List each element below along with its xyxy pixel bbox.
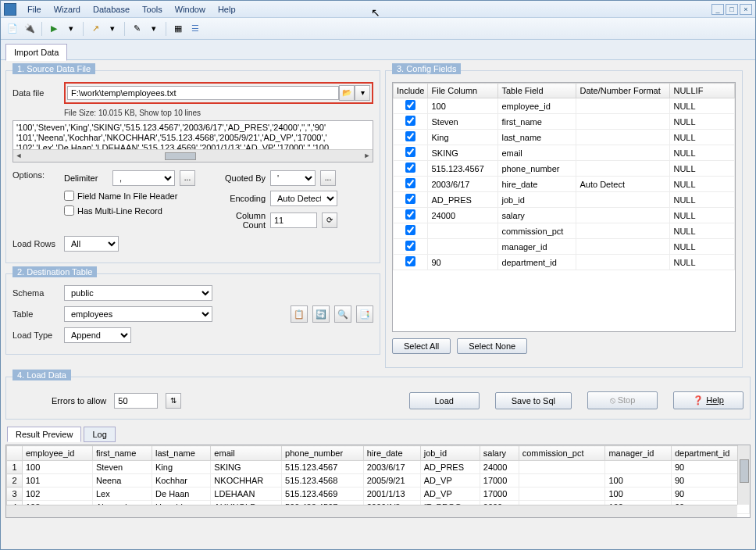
result-col-header[interactable]: salary [480,446,519,461]
filecol-cell[interactable]: King [428,130,498,145]
load-button[interactable]: Load [409,392,480,409]
delimiter-more-button[interactable]: ... [180,170,195,186]
result-grid[interactable]: employee_idfirst_namelast_nameemailphone… [5,445,751,518]
result-cell[interactable]: NKOCHHAR [211,474,282,488]
result-cell[interactable] [605,461,672,474]
loadrows-select[interactable]: All [64,236,119,252]
scroll-right-icon[interactable]: ► [362,151,373,162]
col-nullif[interactable]: NULLIF [670,84,735,98]
tablefield-cell[interactable]: commission_pct [498,223,576,239]
result-cell[interactable]: 2003/6/17 [363,461,420,474]
nullif-cell[interactable]: NULL [670,255,735,270]
result-col-header[interactable]: job_id [420,446,480,461]
filecol-cell[interactable]: 515.123.4567 [428,161,498,177]
config-row[interactable]: Stevenfirst_nameNULL [394,114,735,130]
col-tablefield[interactable]: Table Field [498,84,576,98]
toolbar-drop-icon[interactable]: ▾ [64,22,78,36]
result-cell[interactable]: 515.123.4568 [282,474,364,488]
nullif-cell[interactable]: NULL [670,177,735,192]
result-cell[interactable] [519,488,605,501]
toolbar-new-icon[interactable]: 📄 [5,22,20,36]
result-cell[interactable]: 102 [23,488,93,501]
tablefield-cell[interactable]: hire_date [498,177,576,192]
config-row[interactable]: SKINGemailNULL [394,145,735,161]
colcount-input[interactable] [270,212,317,228]
tab-result-preview[interactable]: Result Preview [7,427,81,442]
tablefield-cell[interactable]: department_id [498,255,576,270]
include-checkbox[interactable] [405,209,415,220]
toolbar-drop2-icon[interactable]: ▾ [105,22,119,36]
nullif-cell[interactable]: NULL [670,223,735,239]
result-col-header[interactable]: manager_id [605,446,672,461]
tablefield-cell[interactable]: manager_id [498,239,576,255]
result-hscrollbar[interactable] [6,505,737,517]
result-cell[interactable]: 100 [605,488,672,501]
filecol-cell[interactable]: AD_PRES [428,192,498,208]
encoding-select[interactable]: Auto Detect [270,191,337,206]
config-row[interactable]: 100employee_idNULL [394,98,735,114]
tablefield-cell[interactable]: phone_number [498,161,576,177]
result-cell[interactable]: AD_VP [420,474,480,488]
result-cell[interactable]: AD_VP [420,488,480,501]
tablefield-cell[interactable]: first_name [498,114,576,130]
menu-file[interactable]: File [21,5,48,14]
result-col-header[interactable]: phone_number [282,446,364,461]
include-checkbox[interactable] [405,162,415,173]
col-include[interactable]: Include [394,84,428,98]
format-cell[interactable] [576,114,670,130]
nullif-cell[interactable]: NULL [670,208,735,223]
nullif-cell[interactable]: NULL [670,192,735,208]
result-cell[interactable]: King [152,461,211,474]
table-props-icon[interactable]: 📑 [356,305,373,323]
toolbar-connect-icon[interactable]: 🔌 [23,22,37,36]
result-cell[interactable]: 24000 [480,461,519,474]
include-checkbox[interactable] [405,100,415,110]
result-cell[interactable]: Neena [92,474,152,488]
menu-window[interactable]: Window [169,5,212,14]
config-row[interactable]: 24000salaryNULL [394,208,735,223]
result-cell[interactable]: 100 [23,461,93,474]
result-cell[interactable] [519,474,605,488]
result-col-header[interactable]: hire_date [363,446,420,461]
filecol-cell[interactable] [428,239,498,255]
result-cell[interactable]: 515.123.4569 [282,488,364,501]
result-col-header[interactable]: employee_id [23,446,93,461]
refresh-table-icon[interactable]: 🔄 [312,305,330,323]
col-filecolumn[interactable]: File Column [428,84,498,98]
multiline-checkbox[interactable] [64,205,74,216]
toolbar-drop3-icon[interactable]: ▾ [147,22,161,36]
help-button[interactable]: ❓ Help [673,391,744,409]
result-vscrollbar[interactable] [737,445,750,505]
result-cell[interactable]: 2005/9/21 [363,474,420,488]
nullif-cell[interactable]: NULL [670,161,735,177]
tablefield-cell[interactable]: email [498,145,576,161]
quoted-select[interactable]: ' [270,170,316,186]
include-checkbox[interactable] [405,225,415,235]
format-cell[interactable] [576,130,670,145]
create-table-icon[interactable]: 📋 [291,305,308,323]
result-row[interactable]: 1100StevenKingSKING515.123.45672003/6/17… [7,461,750,474]
toolbar-export-icon[interactable]: ↗ [88,22,102,36]
result-cell[interactable]: 17000 [480,488,519,501]
toolbar-run-icon[interactable]: ▶ [47,22,61,36]
format-cell[interactable] [576,239,670,255]
include-checkbox[interactable] [405,147,415,157]
config-row[interactable]: AD_PRESjob_idNULL [394,192,735,208]
config-row[interactable]: manager_idNULL [394,239,735,255]
result-cell[interactable]: Lex [92,488,152,501]
format-cell[interactable] [576,98,670,114]
include-checkbox[interactable] [405,256,415,266]
select-none-button[interactable]: Select None [457,338,527,354]
config-row[interactable]: commission_pctNULL [394,223,735,239]
result-cell[interactable] [519,461,605,474]
include-checkbox[interactable] [405,116,415,126]
result-col-header[interactable]: last_name [152,446,211,461]
select-all-button[interactable]: Select All [392,338,451,354]
preview-scrollbar[interactable]: ◄ ► [13,149,373,162]
nullif-cell[interactable]: NULL [670,145,735,161]
filecol-cell[interactable]: Steven [428,114,498,130]
view-table-icon[interactable]: 🔍 [334,305,351,323]
format-cell[interactable] [576,223,670,239]
config-row[interactable]: 515.123.4567phone_numberNULL [394,161,735,177]
result-col-header[interactable]: commission_pct [519,446,605,461]
